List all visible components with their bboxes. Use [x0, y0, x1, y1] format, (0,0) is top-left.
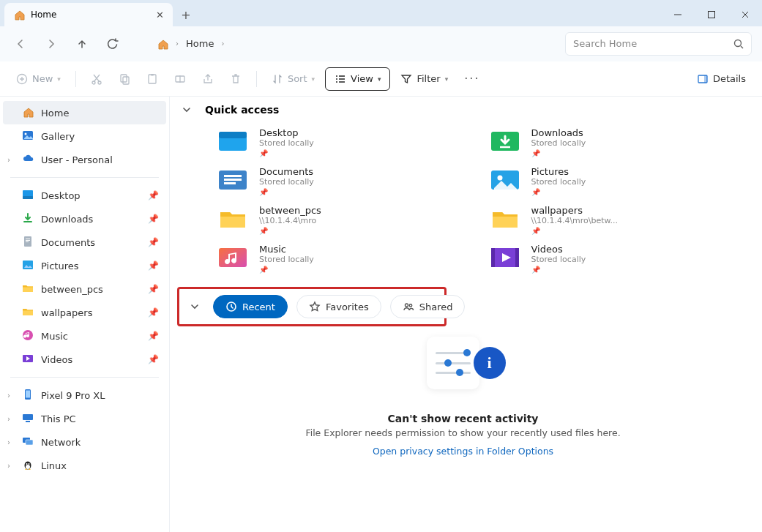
share-button[interactable] [196, 67, 220, 91]
svg-point-30 [735, 40, 742, 46]
window-controls [661, 3, 762, 26]
chevron-right-icon[interactable]: › [7, 438, 10, 446]
breadcrumb[interactable]: › Home › [151, 32, 230, 56]
quick-access-item[interactable]: wallpapers\\10.1.4.4\mro\betw...📌 [485, 202, 750, 238]
quick-access-item[interactable]: DesktopStored locally📌 [212, 124, 477, 160]
sidebar-item-wallpapers[interactable]: wallpapers📌 [3, 301, 166, 324]
cut-button[interactable] [85, 67, 108, 91]
back-button[interactable] [10, 34, 31, 54]
filter-button[interactable]: Filter▾ [395, 67, 454, 91]
svg-rect-43 [224, 175, 242, 177]
sidebar-item-downloads[interactable]: Downloads📌 [3, 207, 166, 231]
chip-shared[interactable]: Shared [390, 295, 466, 318]
delete-button[interactable] [224, 67, 247, 91]
sidebar-item-home[interactable]: Home [3, 101, 166, 124]
folder-location: Stored locally [259, 138, 314, 148]
chevron-right-icon[interactable]: › [7, 462, 10, 470]
svg-rect-51 [515, 248, 519, 267]
quick-access-item[interactable]: DownloadsStored locally📌 [485, 124, 750, 160]
onedrive-icon [22, 153, 35, 166]
search-placeholder: Search Home [573, 38, 637, 49]
sidebar-item-between-pcs[interactable]: between_pcs📌 [3, 277, 166, 301]
tab-home[interactable]: Home ✕ [4, 3, 173, 26]
desktop-icon [22, 189, 35, 202]
sort-button[interactable]: Sort▾ [266, 67, 321, 91]
privacy-settings-link[interactable]: Open privacy settings in Folder Options [373, 446, 553, 457]
title-bar: Home ✕ + [0, 0, 762, 26]
documents-folder-icon [217, 166, 249, 194]
svg-rect-44 [224, 179, 242, 181]
sidebar-item-label: between_pcs [41, 284, 103, 295]
sidebar-item-pictures[interactable]: Pictures📌 [3, 254, 166, 277]
chip-recent[interactable]: Recent [213, 295, 288, 318]
sidebar-item-network[interactable]: ›Network [3, 430, 166, 454]
rename-button[interactable] [168, 67, 192, 91]
view-button[interactable]: View▾ [325, 67, 390, 91]
search-input[interactable]: Search Home [565, 32, 752, 56]
folder-location: \\10.1.4.4\mro [259, 216, 321, 225]
forward-button[interactable] [41, 34, 61, 54]
sidebar-item-desktop[interactable]: Desktop📌 [3, 184, 166, 207]
more-button[interactable]: ··· [458, 67, 485, 91]
up-button[interactable] [72, 34, 92, 54]
videos-folder-icon [489, 244, 521, 271]
pin-icon: 📌 [259, 188, 314, 196]
quick-access-item[interactable]: VideosStored locally📌 [485, 241, 750, 277]
folder-location: Stored locally [531, 177, 586, 187]
paste-button[interactable] [141, 67, 164, 91]
sidebar-item-music[interactable]: Music📌 [3, 324, 166, 348]
chevron-right-icon[interactable]: › [7, 391, 10, 400]
new-button[interactable]: New▾ [10, 67, 67, 91]
sidebar-item-label: Pictures [41, 261, 78, 271]
sidebar-item-user-personal[interactable]: ›User - Personal [3, 148, 166, 171]
breadcrumb-label: Home [186, 38, 214, 49]
refresh-button[interactable] [102, 34, 123, 54]
close-button[interactable] [728, 3, 762, 26]
downloads-icon [22, 212, 35, 225]
search-icon [733, 39, 744, 49]
pin-icon: 📌 [148, 237, 159, 247]
content-area: Quick access DesktopStored locally📌Downl… [170, 97, 762, 532]
sidebar-item-gallery[interactable]: Gallery [3, 124, 166, 148]
chip-favorites[interactable]: Favorites [296, 295, 381, 318]
quick-access-item[interactable]: DocumentsStored locally📌 [212, 163, 477, 199]
svg-rect-45 [224, 182, 236, 184]
plus-circle-icon [16, 73, 28, 85]
quick-access-header[interactable]: Quick access [177, 102, 749, 121]
new-tab-button[interactable]: + [173, 3, 199, 26]
sort-icon [272, 73, 283, 85]
svg-rect-35 [123, 77, 129, 84]
close-tab-icon[interactable]: ✕ [156, 10, 164, 20]
details-pane-button[interactable]: Details [691, 67, 752, 91]
svg-rect-50 [491, 248, 495, 267]
sidebar-item-this-pc[interactable]: ›This PC [3, 407, 166, 430]
chevron-down-icon[interactable] [182, 105, 192, 115]
pc-icon [22, 412, 35, 425]
chevron-right-icon: › [221, 40, 224, 48]
quick-access-item[interactable]: MusicStored locally📌 [212, 241, 477, 277]
sidebar-item-videos[interactable]: Videos📌 [3, 348, 166, 371]
sidebar-item-pixel-9-pro-xl[interactable]: ›Pixel 9 Pro XL [3, 383, 166, 407]
maximize-button[interactable] [695, 3, 728, 26]
address-bar: › Home › Search Home [0, 26, 762, 61]
svg-rect-36 [149, 75, 156, 83]
videos-icon [22, 353, 35, 366]
svg-point-47 [497, 176, 502, 181]
chevron-down-icon[interactable] [190, 301, 200, 312]
phone-icon [22, 389, 35, 402]
folder-name: Desktop [259, 127, 314, 138]
view-icon [335, 73, 346, 85]
downloads-folder-icon [489, 127, 521, 155]
svg-point-32 [92, 81, 95, 84]
folder-location: Stored locally [259, 255, 314, 264]
chevron-right-icon[interactable]: › [7, 156, 10, 164]
sidebar-item-label: Linux [41, 460, 67, 471]
sidebar-item-documents[interactable]: Documents📌 [3, 231, 166, 254]
sidebar-item-linux[interactable]: ›Linux [3, 454, 166, 477]
quick-access-item[interactable]: between_pcs\\10.1.4.4\mro📌 [212, 202, 477, 238]
quick-access-item[interactable]: PicturesStored locally📌 [485, 163, 750, 199]
minimize-button[interactable] [661, 3, 695, 26]
chevron-right-icon[interactable]: › [7, 415, 10, 423]
copy-button[interactable] [113, 67, 136, 91]
folder-name: Music [259, 244, 314, 255]
